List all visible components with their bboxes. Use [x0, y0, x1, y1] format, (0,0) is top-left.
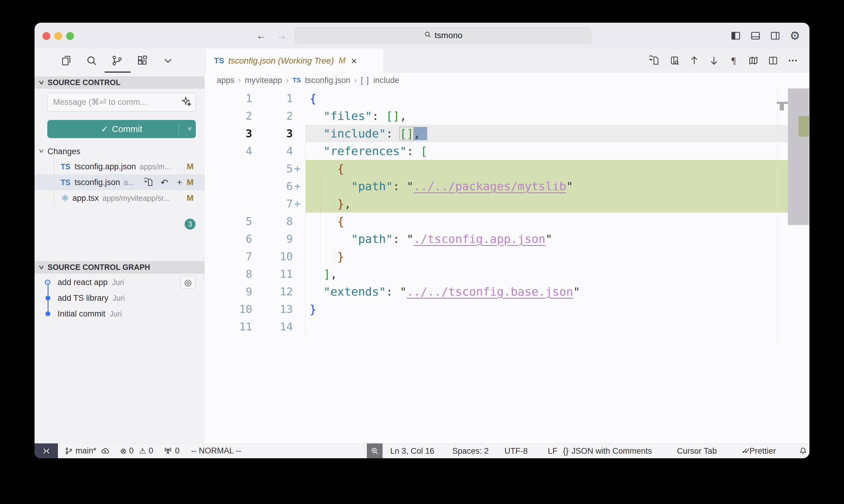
- zoom-magnifier-icon: [370, 447, 379, 455]
- sync-status-item[interactable]: [101, 447, 110, 455]
- toggle-secondary-sidebar-icon[interactable]: [770, 30, 781, 41]
- typescript-file-icon: TS: [293, 76, 301, 84]
- toggle-panel-icon[interactable]: [750, 30, 761, 41]
- tab-title: tsconfig.json (Working Tree): [228, 56, 334, 66]
- code-line[interactable]: 22 "files": [],: [205, 107, 788, 125]
- breadcrumb-item-include[interactable]: include: [373, 76, 399, 85]
- errors-status-item[interactable]: ⊗ 0: [120, 446, 134, 455]
- indentation-status-item[interactable]: Spaces: 2: [452, 444, 489, 458]
- chevron-down-icon: ˅: [39, 79, 44, 87]
- open-changes-icon[interactable]: [649, 55, 660, 66]
- changes-label: Changes: [48, 147, 80, 156]
- previous-change-icon[interactable]: [688, 55, 700, 66]
- commit-author: Juri: [112, 278, 124, 287]
- navigate-back-icon[interactable]: ←: [255, 30, 268, 41]
- code-line[interactable]: 710 }: [205, 248, 788, 265]
- preview-search-icon[interactable]: [669, 55, 680, 66]
- minimap-border: [778, 88, 778, 342]
- warnings-status-item[interactable]: ⚠ 0: [139, 446, 153, 455]
- commit-row[interactable]: add react appJuri◎: [35, 274, 205, 290]
- commit-dropdown-chevron-icon[interactable]: ˅: [188, 120, 192, 138]
- zoom-indicator[interactable]: [367, 444, 383, 458]
- tab-close-icon[interactable]: ×: [351, 56, 357, 66]
- tab-tsconfig-working-tree[interactable]: TS tsconfig.json (Working Tree) M ×: [206, 49, 384, 73]
- explorer-icon[interactable]: [59, 54, 73, 67]
- maximize-window-button[interactable]: [66, 32, 74, 40]
- code-line[interactable]: 5+ {: [205, 160, 788, 178]
- commit-head-dot: [46, 281, 49, 284]
- ports-status-item[interactable]: 0: [163, 446, 179, 455]
- editor-scrollbar[interactable]: [788, 88, 809, 225]
- formatter-status-item[interactable]: ✓✓ Prettier: [741, 444, 776, 458]
- formatter-name: Prettier: [750, 447, 776, 456]
- changed-file-row[interactable]: TStsconfig.jsona...↶+M: [35, 175, 205, 190]
- line-number-old: 3: [205, 125, 252, 142]
- source-control-graph-header[interactable]: ˅ SOURCE CONTROL GRAPH: [35, 261, 205, 273]
- line-number-old: [205, 160, 252, 178]
- language-mode-status-item[interactable]: {} JSON with Comments: [563, 444, 652, 458]
- discard-changes-icon[interactable]: ↶: [159, 177, 170, 188]
- code-line[interactable]: 33 "include": [],: [205, 125, 788, 142]
- notifications-status-item[interactable]: [798, 444, 808, 458]
- code-line[interactable]: 811 ],: [205, 265, 788, 283]
- stage-changes-icon[interactable]: +: [174, 177, 185, 188]
- cursor-tab-status-item[interactable]: Cursor Tab: [677, 444, 717, 458]
- settings-gear-icon[interactable]: ⚙: [789, 30, 800, 41]
- split-editor-icon[interactable]: [767, 55, 779, 66]
- navigate-forward-icon[interactable]: →: [276, 30, 288, 41]
- more-actions-icon[interactable]: [787, 55, 798, 66]
- cursor-position-status-item[interactable]: Ln 3, Col 16: [390, 444, 434, 458]
- minimap-text-mark: [777, 102, 788, 104]
- code-line[interactable]: 6+ "path": "../../packages/mytslib": [205, 178, 788, 195]
- git-branch-icon: [65, 447, 73, 455]
- code-line[interactable]: 7+ },: [205, 195, 788, 213]
- added-line-marker: [293, 265, 306, 283]
- next-change-icon[interactable]: [708, 55, 720, 66]
- code-line[interactable]: 912 "extends": "../../tsconfig.base.json…: [205, 283, 788, 301]
- branch-status-item[interactable]: main*: [65, 446, 97, 455]
- changes-header[interactable]: ˅ Changes 3: [35, 145, 205, 158]
- code-line[interactable]: 11{: [205, 90, 788, 107]
- code-text: {: [306, 160, 788, 178]
- code-line[interactable]: 1013}: [205, 301, 788, 318]
- source-control-icon[interactable]: [110, 54, 124, 67]
- remote-indicator[interactable]: [35, 444, 58, 458]
- line-number-new: 12: [252, 283, 293, 301]
- changed-file-row[interactable]: ⚛app.tsxapps/myviteapp/sr...M: [35, 190, 205, 206]
- open-file-icon[interactable]: [144, 177, 155, 188]
- commit-message: Initial commit: [57, 309, 105, 319]
- changed-file-row[interactable]: TStsconfig.app.jsonapps/m...M: [35, 159, 205, 175]
- vim-mode-status-item[interactable]: -- NORMAL --: [191, 446, 241, 455]
- source-control-section-header[interactable]: ˅ SOURCE CONTROL: [35, 76, 205, 89]
- breadcrumb-item-tsconfig[interactable]: tsconfig.json: [305, 76, 350, 85]
- toggle-whitespace-icon[interactable]: ¶: [728, 55, 739, 66]
- code-text: "references": [: [306, 142, 788, 160]
- commit-button[interactable]: ✓ Commit ˅: [47, 120, 196, 138]
- titlebar: ← → tsmono: [35, 23, 809, 49]
- code-line[interactable]: 69 "path": "./tsconfig.app.json": [205, 230, 788, 248]
- search-view-icon[interactable]: [85, 54, 98, 67]
- breadcrumb-item-apps[interactable]: apps: [217, 76, 235, 85]
- added-line-marker: [293, 142, 306, 160]
- code-line[interactable]: 58 {: [205, 213, 788, 230]
- command-center-search[interactable]: tsmono: [295, 28, 591, 43]
- code-text: "path": "../../packages/mytslib": [306, 178, 788, 195]
- minimize-window-button[interactable]: [54, 32, 62, 40]
- toggle-primary-sidebar-icon[interactable]: [730, 30, 741, 41]
- commit-row[interactable]: Initial commitJuri: [35, 306, 205, 322]
- map-view-icon[interactable]: [747, 55, 759, 66]
- error-count: 0: [129, 446, 134, 455]
- code-line[interactable]: 44 "references": [: [205, 142, 788, 160]
- additional-views-chevron-icon[interactable]: [161, 54, 175, 67]
- eol-status-item[interactable]: LF: [548, 444, 557, 458]
- sparkle-ai-icon[interactable]: [181, 96, 191, 108]
- code-area[interactable]: 11{22 "files": [],33 "include": [],44 "r…: [205, 90, 809, 336]
- extensions-icon[interactable]: [136, 54, 149, 67]
- code-line[interactable]: 1114: [205, 318, 788, 336]
- close-window-button[interactable]: [42, 32, 50, 40]
- commit-message-input[interactable]: [48, 97, 181, 107]
- encoding-status-item[interactable]: UTF-8: [504, 444, 528, 458]
- goto-current-commit-icon[interactable]: ◎: [180, 276, 195, 289]
- breadcrumb-item-myviteapp[interactable]: myviteapp: [245, 76, 282, 85]
- commit-row[interactable]: add TS libraryJuri: [35, 290, 205, 306]
